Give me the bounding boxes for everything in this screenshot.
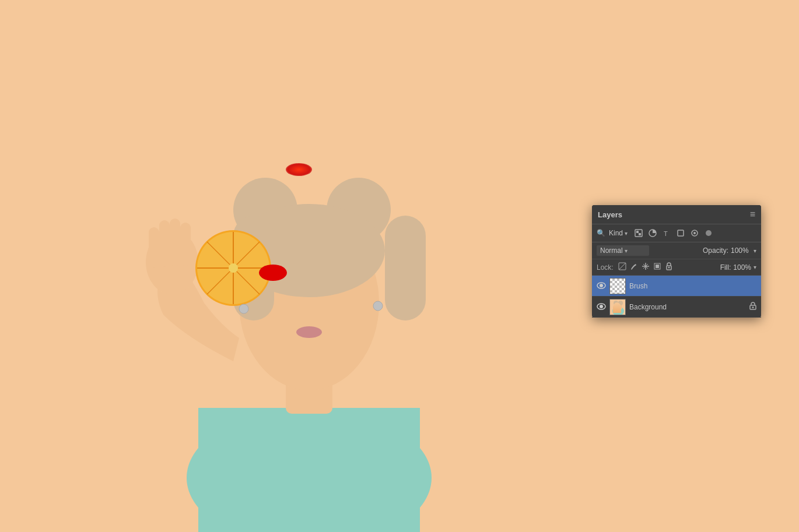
filter-text-icon[interactable]: T — [661, 228, 672, 238]
lock-transparent-icon[interactable] — [618, 262, 626, 272]
layer-visibility-brush[interactable] — [597, 281, 606, 291]
svg-rect-31 — [678, 230, 684, 236]
svg-rect-13 — [170, 219, 180, 266]
layer-visibility-background[interactable] — [597, 302, 606, 312]
svg-rect-2 — [198, 408, 420, 532]
kind-dropdown[interactable]: Kind ▾ — [609, 229, 628, 237]
svg-point-53 — [618, 301, 623, 305]
lock-icons — [618, 262, 673, 272]
layers-menu-icon[interactable]: ≡ — [750, 210, 755, 219]
fill-section: Fill: 100% ▾ — [720, 263, 756, 272]
layer-name-background: Background — [629, 303, 746, 311]
blend-chevron: ▾ — [625, 248, 628, 254]
lock-position-icon[interactable] — [642, 262, 650, 272]
lock-artboard-icon[interactable] — [653, 262, 661, 272]
svg-point-25 — [373, 301, 383, 311]
filter-smart-icon[interactable] — [689, 228, 700, 238]
filter-icons: T — [633, 228, 714, 238]
svg-point-44 — [668, 267, 670, 269]
layer-thumbnail-background — [609, 299, 626, 315]
lock-pixels-icon[interactable] — [630, 262, 638, 272]
filter-pixel-icon[interactable] — [633, 228, 644, 238]
kind-label: Kind — [609, 229, 623, 237]
filter-shape-icon[interactable] — [675, 228, 686, 238]
svg-rect-12 — [159, 220, 170, 267]
svg-point-22 — [259, 265, 287, 281]
fill-value[interactable]: 100% — [733, 263, 751, 272]
layer-item-background[interactable]: Background — [592, 297, 761, 318]
svg-point-46 — [600, 284, 603, 287]
fill-chevron[interactable]: ▾ — [754, 264, 756, 270]
layers-panel-header: Layers ≡ — [592, 205, 761, 224]
svg-rect-14 — [180, 223, 191, 266]
svg-rect-28 — [639, 233, 641, 235]
layer-lock-background-icon — [749, 302, 756, 312]
layer-thumbnail-brush — [609, 278, 626, 294]
search-icon: 🔍 — [597, 229, 605, 237]
svg-point-24 — [239, 304, 248, 313]
svg-rect-42 — [656, 265, 659, 268]
svg-text:T: T — [664, 230, 668, 237]
opacity-label: Opacity: — [703, 246, 728, 255]
svg-point-48 — [600, 305, 603, 308]
svg-point-33 — [693, 232, 696, 234]
kind-chevron: ▾ — [625, 230, 628, 237]
opacity-chevron[interactable]: ▾ — [754, 248, 756, 254]
opacity-section: Opacity: 100% ▾ — [703, 246, 756, 255]
opacity-value[interactable]: 100% — [731, 246, 751, 255]
svg-point-34 — [706, 230, 712, 236]
svg-line-36 — [619, 263, 626, 270]
svg-rect-9 — [385, 216, 426, 320]
layer-name-brush: Brush — [629, 282, 756, 290]
svg-point-21 — [229, 263, 238, 273]
fill-label: Fill: — [720, 263, 731, 272]
svg-rect-27 — [636, 231, 639, 233]
lock-label: Lock: — [597, 263, 614, 272]
lock-all-icon[interactable] — [665, 262, 673, 272]
blend-opacity-row: Normal ▾ Opacity: 100% ▾ — [592, 242, 761, 259]
filter-dot-icon[interactable] — [703, 228, 714, 238]
svg-point-23 — [296, 326, 322, 338]
blend-mode-dropdown[interactable]: Normal ▾ — [597, 245, 649, 256]
layers-panel-title: Layers — [598, 210, 622, 219]
svg-rect-11 — [149, 227, 159, 268]
red-eye-effect — [286, 163, 312, 176]
layers-panel: Layers ≡ 🔍 Kind ▾ T — [592, 205, 761, 318]
blend-mode-label: Normal — [600, 246, 623, 255]
lock-row: Lock: — [592, 259, 761, 276]
filter-row: 🔍 Kind ▾ T — [592, 224, 761, 242]
svg-point-52 — [614, 301, 618, 305]
layer-item-brush[interactable]: Brush — [592, 276, 761, 297]
svg-point-55 — [752, 306, 754, 308]
filter-adjustment-icon[interactable] — [647, 228, 658, 238]
